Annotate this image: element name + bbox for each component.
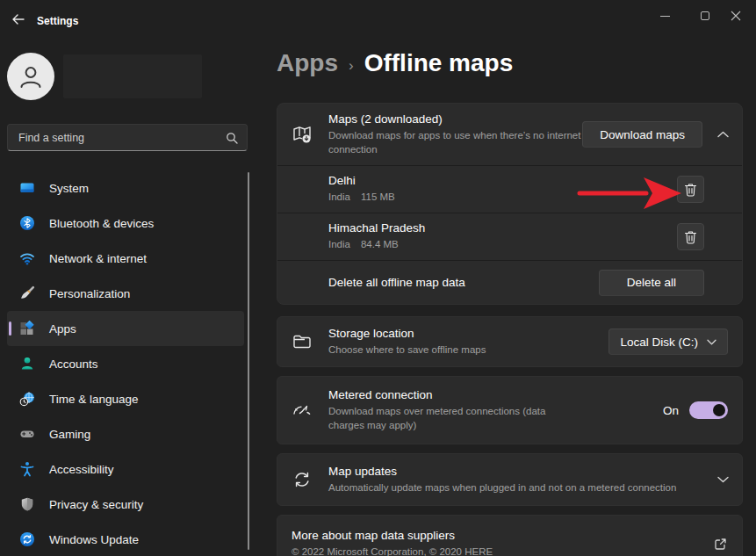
sidebar-item-label: Network & internet bbox=[49, 252, 147, 265]
download-maps-button[interactable]: Download maps bbox=[582, 121, 702, 148]
sidebar-item-system[interactable]: System bbox=[7, 170, 244, 206]
toggle-state-label: On bbox=[663, 404, 679, 417]
accessibility-person-icon bbox=[19, 461, 35, 477]
trash-icon bbox=[684, 230, 697, 244]
minimize-button[interactable] bbox=[644, 0, 685, 32]
sidebar-item-label: Accounts bbox=[49, 357, 98, 371]
metered-subtitle: Download maps over metered connections (… bbox=[328, 404, 583, 432]
map-region-row-delhi: Delhi India115 MB bbox=[277, 165, 742, 213]
sidebar-item-label: Privacy & security bbox=[49, 498, 143, 511]
suppliers-copyright: © 2022 Microsoft Corporation, © 2020 HER… bbox=[292, 545, 713, 556]
delete-all-row: Delete all offline map data Delete all bbox=[277, 260, 742, 304]
account-person-icon bbox=[19, 356, 35, 372]
search-box bbox=[7, 124, 248, 151]
external-link-icon[interactable] bbox=[713, 537, 728, 552]
paintbrush-icon bbox=[19, 285, 35, 301]
maps-title: Maps (2 downloaded) bbox=[328, 112, 582, 126]
region-name: Himachal Pradesh bbox=[328, 221, 677, 235]
account-name-placeholder bbox=[63, 54, 202, 98]
sidebar-item-windows-update[interactable]: Windows Update bbox=[7, 522, 244, 556]
sidebar-item-label: Bluetooth & devices bbox=[49, 217, 154, 230]
sidebar-item-label: Windows Update bbox=[49, 533, 139, 546]
breadcrumb-separator-icon: › bbox=[349, 57, 354, 75]
maps-expander-card: Maps (2 downloaded) Download maps for ap… bbox=[277, 103, 743, 305]
metered-toggle[interactable] bbox=[689, 401, 728, 419]
search-icon bbox=[226, 132, 238, 144]
shield-icon bbox=[19, 496, 35, 512]
updates-subtitle: Automatically update maps when plugged i… bbox=[328, 480, 702, 495]
chevron-down-icon[interactable] bbox=[710, 466, 735, 493]
page-title: Offline maps bbox=[364, 49, 514, 77]
maps-subtitle: Download maps for apps to use when there… bbox=[328, 128, 582, 156]
gamepad-icon bbox=[19, 426, 35, 442]
metered-connection-card: Metered connection Download maps over me… bbox=[277, 376, 743, 444]
trash-icon bbox=[684, 183, 697, 197]
updates-title: Map updates bbox=[328, 465, 702, 478]
user-avatar[interactable] bbox=[7, 53, 54, 100]
chevron-down-icon bbox=[707, 339, 716, 345]
sidebar-scrollbar[interactable] bbox=[248, 172, 249, 550]
region-name: Delhi bbox=[328, 174, 677, 187]
delete-all-button[interactable]: Delete all bbox=[599, 270, 704, 296]
maximize-icon bbox=[701, 11, 709, 20]
sidebar-item-label: Gaming bbox=[49, 428, 90, 441]
metered-title: Metered connection bbox=[328, 388, 663, 401]
map-suppliers-card[interactable]: More about map data suppliers © 2022 Mic… bbox=[277, 515, 743, 556]
back-arrow-icon bbox=[11, 12, 25, 26]
region-size: 115 MB bbox=[361, 191, 395, 202]
sidebar-item-accounts[interactable]: Accounts bbox=[7, 346, 244, 381]
sidebar-item-bluetooth-devices[interactable]: Bluetooth & devices bbox=[7, 206, 244, 241]
close-icon bbox=[731, 11, 741, 21]
maps-header-row[interactable]: Maps (2 downloaded) Download maps for ap… bbox=[277, 104, 742, 165]
minimize-icon bbox=[660, 16, 670, 17]
app-title: Settings bbox=[37, 15, 78, 27]
delete-region-button[interactable] bbox=[677, 176, 704, 203]
region-size: 84.4 MB bbox=[361, 239, 399, 249]
map-download-icon bbox=[292, 124, 314, 145]
sidebar-item-personalization[interactable]: Personalization bbox=[7, 276, 244, 311]
sidebar-item-network-internet[interactable]: Network & internet bbox=[7, 241, 244, 276]
breadcrumb: Apps › Offline maps bbox=[277, 49, 513, 77]
sidebar-item-apps[interactable]: Apps bbox=[7, 311, 244, 346]
sidebar-item-label: Personalization bbox=[49, 287, 130, 300]
back-button[interactable] bbox=[5, 7, 32, 32]
close-button[interactable] bbox=[716, 0, 756, 32]
sidebar-item-time-language[interactable]: Time & language bbox=[7, 381, 244, 416]
search-input[interactable] bbox=[8, 132, 226, 144]
system-icon bbox=[19, 180, 35, 196]
toggle-knob bbox=[713, 404, 725, 416]
sidebar-item-label: System bbox=[49, 182, 89, 195]
region-country: India bbox=[328, 191, 350, 202]
storage-subtitle: Choose where to save offline maps bbox=[328, 343, 608, 357]
sidebar-item-privacy-security[interactable]: Privacy & security bbox=[7, 487, 244, 522]
person-icon bbox=[15, 61, 47, 92]
settings-window: { "titlebar": { "title": "Settings" }, "… bbox=[0, 0, 756, 556]
apps-icon bbox=[19, 321, 35, 336]
sidebar-item-label: Accessibility bbox=[49, 463, 114, 476]
delete-region-button[interactable] bbox=[677, 223, 704, 250]
storage-title: Storage location bbox=[328, 327, 608, 340]
sidebar-item-accessibility[interactable]: Accessibility bbox=[7, 451, 244, 487]
sidebar-nav: System Bluetooth & devices Network & int… bbox=[7, 170, 244, 556]
folder-icon bbox=[292, 333, 313, 350]
breadcrumb-parent[interactable]: Apps bbox=[277, 49, 338, 77]
sidebar-item-label: Time & language bbox=[49, 393, 139, 406]
delete-all-label: Delete all offline map data bbox=[328, 276, 599, 289]
storage-location-card: Storage location Choose where to save of… bbox=[277, 316, 743, 367]
sidebar-item-gaming[interactable]: Gaming bbox=[7, 416, 244, 451]
globe-clock-icon bbox=[19, 391, 35, 407]
storage-location-value: Local Disk (C:) bbox=[620, 336, 698, 349]
suppliers-title: More about map data suppliers bbox=[292, 529, 713, 542]
storage-location-dropdown[interactable]: Local Disk (C:) bbox=[608, 329, 728, 355]
region-country: India bbox=[328, 239, 350, 249]
gauge-icon bbox=[292, 401, 313, 420]
sidebar-item-label: Apps bbox=[49, 322, 76, 336]
sync-icon bbox=[292, 470, 313, 489]
chevron-up-icon[interactable] bbox=[710, 121, 735, 148]
map-region-row-himachal: Himachal Pradesh India84.4 MB bbox=[277, 213, 742, 260]
bluetooth-icon bbox=[19, 215, 35, 231]
wifi-icon bbox=[19, 250, 35, 266]
update-refresh-icon bbox=[19, 531, 35, 547]
map-updates-card[interactable]: Map updates Automatically update maps wh… bbox=[277, 453, 743, 506]
